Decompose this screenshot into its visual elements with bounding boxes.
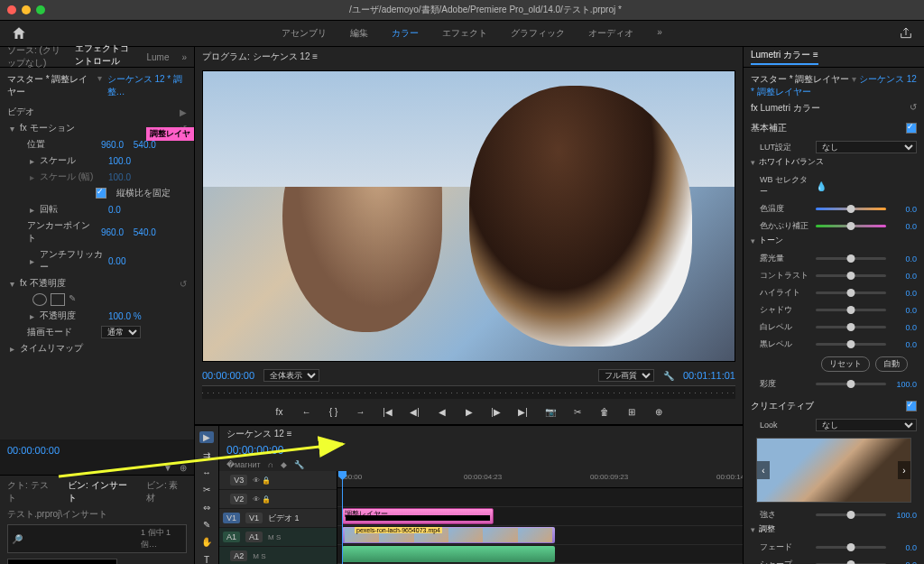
hand-tool-icon[interactable]: ✋: [199, 536, 214, 548]
selection-tool-icon[interactable]: ▶: [199, 431, 214, 443]
linked-sel-icon[interactable]: ∩: [268, 460, 273, 469]
slip-tool-icon[interactable]: ⇔: [199, 502, 214, 513]
twirl-icon[interactable]: ▸: [27, 156, 36, 166]
track-v3[interactable]: V3: [230, 475, 247, 485]
zoom-icon[interactable]: [36, 5, 45, 14]
sequence-clip-label[interactable]: シーケンス 12 * 調整…: [107, 73, 187, 98]
workspace-effects[interactable]: エフェクト: [442, 27, 487, 40]
intensity-slider[interactable]: [816, 513, 886, 516]
program-ruler[interactable]: [202, 385, 735, 399]
play-icon[interactable]: ▶: [462, 404, 476, 419]
lut-select[interactable]: なし: [816, 141, 917, 153]
adjustment-clip[interactable]: 調整レイヤー: [342, 508, 494, 524]
anchor-x[interactable]: 960.0: [101, 227, 124, 237]
marker-icon[interactable]: ◆: [281, 460, 287, 469]
contrast-slider[interactable]: [816, 274, 886, 277]
type-tool-icon[interactable]: T: [199, 554, 214, 564]
track-select-tool-icon[interactable]: ⇉: [199, 448, 214, 460]
tab-source[interactable]: ソース: (クリップなし): [7, 44, 62, 69]
track-a2[interactable]: A2: [230, 550, 247, 561]
tab-overflow[interactable]: »: [181, 52, 187, 62]
audio-clip[interactable]: [342, 546, 555, 562]
extract-icon[interactable]: 🗑: [597, 404, 612, 419]
time-ruler[interactable]: :00:00 00:00:04:23 00:00:09:23 00:00:14:…: [337, 471, 743, 488]
track-v1[interactable]: V1: [245, 513, 263, 523]
tab-bin-insert[interactable]: ビン: インサート: [68, 479, 135, 504]
track-v2[interactable]: V2: [230, 494, 247, 504]
workspace-edit[interactable]: 編集: [350, 27, 368, 40]
zoom-select[interactable]: 全体表示: [263, 369, 319, 382]
ellipse-mask-icon[interactable]: [32, 293, 47, 306]
timeline-tc[interactable]: 00:00:00:00: [226, 444, 283, 457]
bin-search[interactable]: 🔎1 個中 1 個…: [7, 524, 187, 553]
fx-badge[interactable]: fx: [273, 404, 287, 419]
step-fwd-icon[interactable]: ▶|: [516, 404, 531, 419]
reset-icon[interactable]: ↺: [180, 279, 187, 289]
button-editor-icon[interactable]: ⊕: [651, 404, 666, 419]
uniform-scale-checkbox[interactable]: [96, 188, 106, 199]
program-monitor[interactable]: [202, 70, 735, 362]
saturation-slider[interactable]: [816, 383, 886, 385]
opacity-effect[interactable]: fx 不透明度: [20, 277, 66, 290]
workspace-overflow[interactable]: »: [657, 27, 662, 40]
close-icon[interactable]: [7, 5, 16, 14]
go-to-in-icon[interactable]: →: [354, 404, 368, 419]
blend-mode-select[interactable]: 通常: [101, 326, 141, 338]
highlights-slider[interactable]: [816, 291, 886, 294]
src-a1[interactable]: A1: [223, 532, 240, 542]
mark-in-out-icon[interactable]: { }: [327, 404, 341, 419]
rect-mask-icon[interactable]: [51, 293, 65, 306]
settings-icon[interactable]: 🔧: [294, 460, 304, 469]
scale-value[interactable]: 100.0: [108, 156, 131, 166]
tab-project[interactable]: クト: テスト: [7, 479, 57, 504]
lumetri-tab[interactable]: Lumetri カラー ≡: [751, 49, 818, 65]
search-input[interactable]: [23, 533, 141, 545]
exposure-slider[interactable]: [816, 257, 886, 260]
creative-enable-checkbox[interactable]: [906, 401, 917, 411]
rotation-value[interactable]: 0.0: [108, 205, 121, 215]
filter-icon[interactable]: ▼: [163, 463, 172, 473]
fx-timecode[interactable]: 00:00:00:00: [0, 439, 194, 461]
motion-effect[interactable]: fx モーション: [20, 122, 75, 134]
shadows-slider[interactable]: [816, 309, 886, 311]
play-icon[interactable]: ▶: [180, 107, 187, 117]
track-a1[interactable]: A1: [245, 532, 263, 542]
zoom-icon[interactable]: ⊕: [180, 463, 187, 473]
workspace-color[interactable]: カラー: [392, 27, 419, 40]
minimize-icon[interactable]: [22, 5, 31, 14]
time-remap[interactable]: タイムリマップ: [20, 342, 83, 355]
bin-thumbnail[interactable]: 調整レイヤー4:23: [7, 559, 117, 564]
pen-mask-icon[interactable]: ✎: [69, 293, 76, 306]
twirl-icon[interactable]: ▾: [7, 124, 16, 134]
snap-icon[interactable]: �магнит: [226, 460, 261, 469]
flicker-value[interactable]: 0.00: [108, 256, 125, 266]
creative-section[interactable]: クリエイティブ: [751, 400, 814, 412]
step-back-icon[interactable]: |◀: [381, 404, 395, 419]
position-y[interactable]: 540.0: [134, 140, 156, 150]
temperature-slider[interactable]: [816, 208, 886, 210]
look-select[interactable]: なし: [816, 419, 917, 431]
add-marker-icon[interactable]: ←: [300, 404, 314, 419]
workspace-assembly[interactable]: アセンブリ: [282, 27, 327, 40]
anchor-y[interactable]: 540.0: [134, 227, 156, 237]
share-icon[interactable]: [899, 26, 913, 41]
tint-slider[interactable]: [816, 225, 886, 227]
play-back-icon[interactable]: ◀: [435, 404, 449, 419]
reset-button[interactable]: リセット: [821, 356, 870, 372]
prev-frame-icon[interactable]: ◀|: [408, 404, 422, 419]
master-clip-label[interactable]: マスター * 調整レイヤー: [7, 73, 92, 98]
basic-correction[interactable]: 基本補正: [751, 122, 787, 134]
pen-tool-icon[interactable]: ✎: [199, 519, 214, 531]
tab-bin-footage[interactable]: ビン: 素材: [146, 479, 187, 504]
track-area[interactable]: :00:00 00:00:04:23 00:00:09:23 00:00:14:…: [337, 471, 743, 564]
comparison-icon[interactable]: ⊞: [624, 404, 639, 419]
tab-lumetri-scopes[interactable]: Lume: [146, 52, 169, 62]
ripple-tool-icon[interactable]: ↔: [199, 467, 214, 478]
traffic-lights[interactable]: [7, 5, 45, 14]
next-frame-icon[interactable]: |▶: [489, 404, 504, 419]
next-look-icon[interactable]: ›: [898, 461, 910, 479]
blacks-slider[interactable]: [816, 343, 886, 346]
razor-tool-icon[interactable]: ✂: [199, 484, 214, 495]
lift-icon[interactable]: ✂: [570, 404, 585, 419]
video-clip[interactable]: pexels-ron-lach-9654073.mp4: [342, 527, 555, 543]
